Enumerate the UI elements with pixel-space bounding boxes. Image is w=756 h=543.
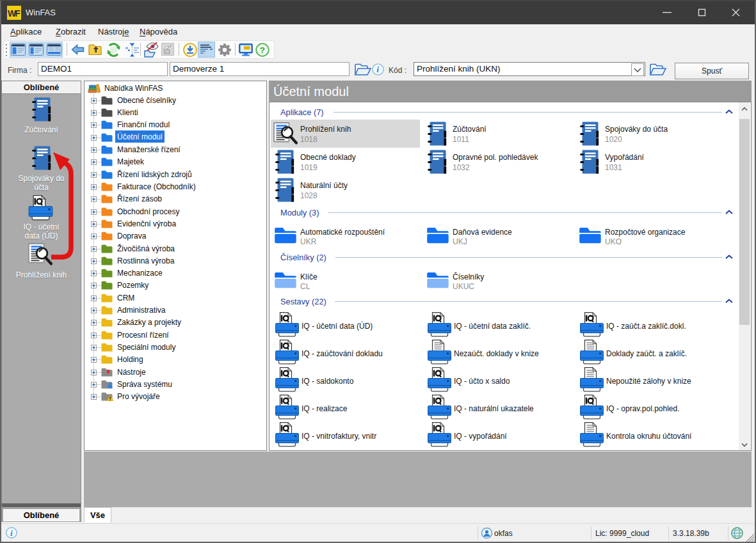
svg-text:?: ? [260,45,265,55]
